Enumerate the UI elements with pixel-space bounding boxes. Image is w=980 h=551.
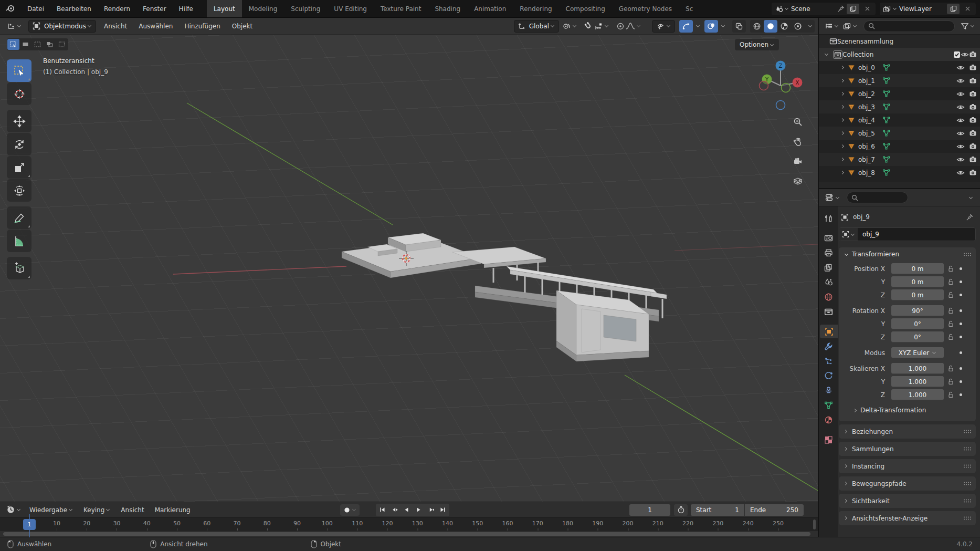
- eye-icon[interactable]: [956, 170, 965, 176]
- scale-tool[interactable]: [7, 156, 31, 179]
- tab-modifiers[interactable]: [820, 339, 837, 353]
- new-scene-button[interactable]: [847, 4, 859, 14]
- previous-keyframe-button[interactable]: [388, 504, 401, 516]
- eye-icon[interactable]: [956, 117, 965, 123]
- options-button[interactable]: Optionen: [735, 39, 779, 50]
- cursor-tool[interactable]: [7, 82, 31, 105]
- panel-grip-icon[interactable]: [963, 446, 972, 451]
- outliner-row[interactable]: obj_4: [819, 113, 980, 127]
- select-mode-extend-button[interactable]: [19, 39, 31, 50]
- timeline-vertical-scrollbar[interactable]: [813, 519, 816, 529]
- shading-rendered-button[interactable]: [791, 20, 805, 33]
- pin-icon[interactable]: [837, 5, 845, 13]
- tab-render[interactable]: [820, 231, 837, 245]
- outliner-row[interactable]: obj_8: [819, 166, 980, 179]
- value-field[interactable]: 0 m: [891, 289, 944, 300]
- camera-visibility-icon[interactable]: [969, 90, 977, 97]
- camera-visibility-icon[interactable]: [969, 130, 977, 137]
- animate-dot[interactable]: [960, 323, 962, 325]
- lock-icon[interactable]: [944, 320, 957, 327]
- overlays-toggle[interactable]: [704, 20, 718, 33]
- object-id-icon[interactable]: [839, 228, 858, 241]
- animate-dot[interactable]: [960, 367, 962, 370]
- timeline-menu-item[interactable]: Keying: [78, 506, 115, 514]
- display-mode-dropdown[interactable]: [823, 23, 841, 30]
- rotate-tool[interactable]: [7, 133, 31, 155]
- shading-dropdown[interactable]: [805, 20, 815, 33]
- animate-dot[interactable]: [960, 280, 962, 283]
- viewlayer-name[interactable]: ViewLayer: [897, 5, 945, 13]
- value-field[interactable]: 90°: [891, 305, 944, 316]
- animate-dot[interactable]: [960, 351, 962, 354]
- outliner-row-collection[interactable]: Collection: [819, 48, 980, 61]
- timeline-ruler[interactable]: 1102030405060708090100110120130140150160…: [0, 517, 818, 531]
- viewport-menu-item[interactable]: Hinzufügen: [178, 23, 226, 30]
- expand-icon[interactable]: [840, 66, 844, 69]
- proportional-falloff-dropdown[interactable]: [625, 20, 645, 33]
- viewlayer-selector[interactable]: ViewLayer: [880, 3, 976, 15]
- workspace-tab[interactable]: Geometry Nodes: [612, 0, 679, 17]
- lock-icon[interactable]: [944, 334, 957, 340]
- snap-settings-dropdown[interactable]: [594, 20, 613, 33]
- outliner-row[interactable]: obj_7: [819, 153, 980, 166]
- jump-to-end-button[interactable]: [437, 504, 449, 516]
- eye-icon[interactable]: [956, 78, 965, 84]
- blender-logo-icon[interactable]: [0, 0, 21, 17]
- workspace-tab[interactable]: Compositing: [559, 0, 612, 17]
- current-frame-field[interactable]: 1: [629, 504, 670, 516]
- editor-type-button[interactable]: [3, 20, 25, 33]
- object-name[interactable]: obj_0: [858, 64, 875, 71]
- mode-dropdown[interactable]: Objektmodus: [28, 20, 96, 33]
- outliner-row-scene-collection[interactable]: Szenensammlung: [819, 35, 980, 48]
- eye-icon[interactable]: [956, 104, 965, 110]
- object-visibility-dropdown[interactable]: [652, 20, 675, 33]
- object-name[interactable]: obj_1: [858, 77, 875, 85]
- properties-editor-type-dropdown[interactable]: [823, 194, 842, 201]
- value-field[interactable]: 0 m: [891, 276, 944, 287]
- timeline-menu-item[interactable]: Ansicht: [115, 506, 149, 514]
- tab-world[interactable]: [820, 290, 837, 304]
- topbar-menu-item[interactable]: Fenster: [136, 0, 173, 17]
- tab-view-layer[interactable]: [820, 261, 837, 274]
- workspace-tab[interactable]: Sculpting: [284, 0, 327, 17]
- outliner-row[interactable]: obj_5: [819, 127, 980, 140]
- gizmos-dropdown[interactable]: [693, 20, 702, 33]
- eye-icon[interactable]: [956, 65, 965, 71]
- transform-panel-header[interactable]: Transformieren: [839, 247, 976, 261]
- outliner-row[interactable]: obj_0: [819, 61, 980, 74]
- eye-icon[interactable]: [956, 143, 965, 150]
- expand-icon[interactable]: [840, 92, 844, 96]
- scene-collection-label[interactable]: Szenensammlung: [837, 38, 893, 45]
- tab-material[interactable]: [820, 413, 837, 427]
- object-name[interactable]: obj_6: [858, 143, 875, 150]
- topbar-menu-item[interactable]: Hilfe: [173, 0, 199, 17]
- checkbox-icon[interactable]: [953, 51, 961, 58]
- camera-visibility-icon[interactable]: [969, 117, 977, 123]
- animate-dot[interactable]: [960, 309, 962, 312]
- move-tool[interactable]: [7, 110, 31, 132]
- eye-icon[interactable]: [956, 157, 965, 163]
- annotate-tool[interactable]: [7, 206, 31, 229]
- workspace-tab[interactable]: Animation: [467, 0, 513, 17]
- object-name[interactable]: obj_5: [858, 130, 875, 137]
- collapsed-panel-header[interactable]: Ansichtsfenster-Anzeige: [839, 511, 976, 525]
- outliner-row[interactable]: obj_1: [819, 74, 980, 87]
- jump-to-start-button[interactable]: [376, 504, 388, 516]
- lock-icon[interactable]: [944, 378, 957, 385]
- expand-icon[interactable]: [840, 79, 844, 82]
- proportional-editing-toggle[interactable]: [613, 20, 625, 33]
- expand-icon[interactable]: [840, 144, 844, 148]
- camera-visibility-icon[interactable]: [969, 103, 977, 110]
- lock-icon[interactable]: [944, 391, 957, 398]
- pin-icon[interactable]: [966, 213, 974, 221]
- value-field[interactable]: 1.000: [891, 363, 944, 374]
- tab-tool[interactable]: [820, 211, 837, 225]
- gizmo-minus-z-axis[interactable]: [776, 101, 785, 110]
- gizmo-minus-x-axis[interactable]: [760, 81, 768, 90]
- camera-visibility-icon[interactable]: [969, 64, 977, 71]
- tab-collection[interactable]: [820, 305, 837, 318]
- value-field[interactable]: 0°: [891, 318, 944, 329]
- tab-object[interactable]: [820, 325, 838, 338]
- object-name[interactable]: obj_2: [858, 90, 875, 98]
- timeline-menu-item[interactable]: Wiedergabe: [24, 506, 78, 514]
